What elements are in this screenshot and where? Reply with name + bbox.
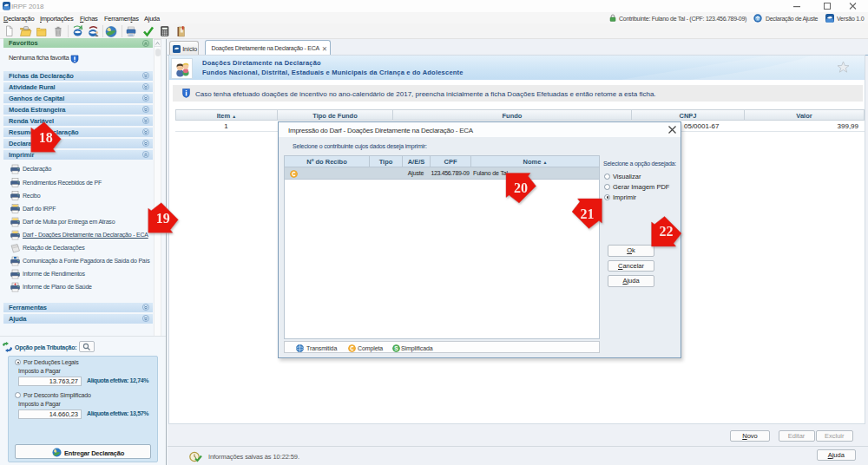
svg-text:S: S — [394, 344, 398, 350]
